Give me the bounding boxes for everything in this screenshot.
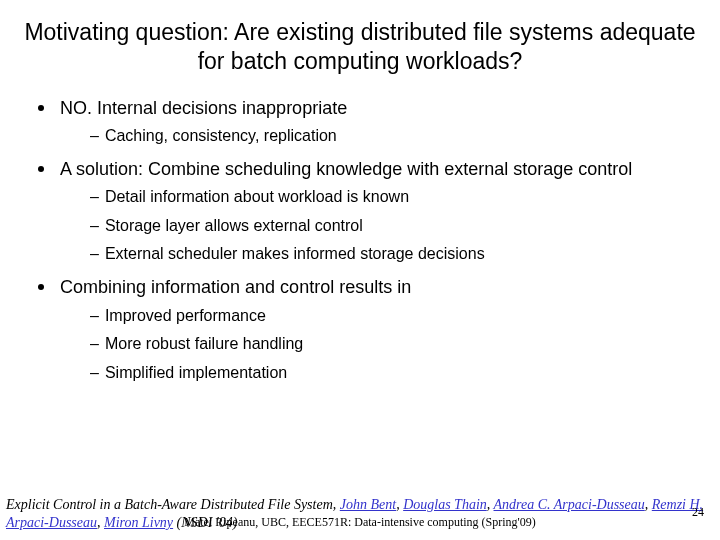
author-link[interactable]: Douglas Thain <box>403 497 487 512</box>
citation-title: Explicit Control in a Batch-Aware Distri… <box>6 497 333 512</box>
slide: Motivating question: Are existing distri… <box>0 0 720 386</box>
bullet-item: A solution: Combine scheduling knowledge… <box>34 157 696 268</box>
sub-list: –Detail information about workload is kn… <box>60 185 696 267</box>
sub-item: –Storage layer allows external control <box>90 214 696 239</box>
footer-note: Matei Ripeanu, UBC, EECE571R: Data-inten… <box>0 515 720 530</box>
slide-title: Motivating question: Are existing distri… <box>24 18 696 76</box>
bullet-item: Combining information and control result… <box>34 275 696 386</box>
sub-item: –External scheduler makes informed stora… <box>90 242 696 267</box>
author-link[interactable]: John Bent <box>340 497 396 512</box>
bullet-item: NO. Internal decisions inappropriate –Ca… <box>34 96 696 149</box>
sub-item: –Improved performance <box>90 304 696 329</box>
sub-item: –More robust failure handling <box>90 332 696 357</box>
bullet-list: NO. Internal decisions inappropriate –Ca… <box>24 96 696 386</box>
sub-list: –Improved performance –More robust failu… <box>60 304 696 386</box>
sub-item: –Simplified implementation <box>90 361 696 386</box>
sub-item: –Caching, consistency, replication <box>90 124 696 149</box>
author-link[interactable]: Andrea C. Arpaci-Dusseau <box>494 497 645 512</box>
sub-list: –Caching, consistency, replication <box>60 124 696 149</box>
bullet-text: A solution: Combine scheduling knowledge… <box>60 159 632 179</box>
page-number: 24 <box>692 505 704 520</box>
sub-item: –Detail information about workload is kn… <box>90 185 696 210</box>
bullet-text: NO. Internal decisions inappropriate <box>60 98 347 118</box>
bullet-text: Combining information and control result… <box>60 277 411 297</box>
